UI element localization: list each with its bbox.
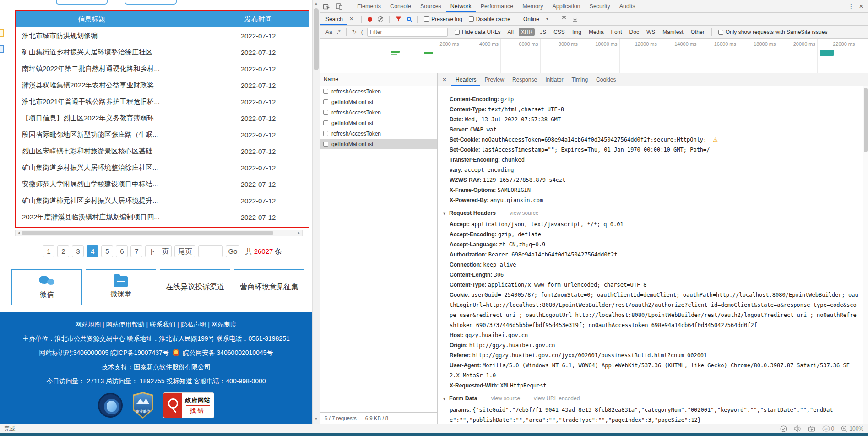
request-row[interactable]: getInfoMationList <box>320 139 437 149</box>
search-network-icon[interactable] <box>407 17 411 21</box>
devtools-tab[interactable]: Sources <box>416 0 446 12</box>
request-name[interactable]: refreshAccessToken <box>331 109 381 116</box>
devtools-tab[interactable]: Application <box>548 0 585 12</box>
export-har-icon[interactable] <box>572 16 578 22</box>
request-name[interactable]: getInfoMationList <box>331 120 373 126</box>
clipped-nav-button[interactable] <box>125 0 177 5</box>
speaker-icon[interactable] <box>794 425 801 432</box>
resource-filter-chip[interactable]: Other <box>689 28 707 36</box>
filter-funnel-icon[interactable] <box>396 16 401 22</box>
devtools-tab[interactable]: Console <box>385 0 416 12</box>
request-checkbox-icon[interactable] <box>323 99 328 104</box>
devtools-tab[interactable]: Performance <box>476 0 518 12</box>
request-checkbox-icon[interactable] <box>323 120 328 125</box>
news-row[interactable]: 矿山集街道乡村振兴人居环境整治徐庄社区... 2022-07-12 <box>16 159 309 176</box>
institution-shield-icon[interactable]: 事业单位 <box>133 392 153 419</box>
micro-classroom-button[interactable]: 微课堂 <box>86 269 156 305</box>
news-row[interactable]: 烈山区宋疃镇七彩和村旅游景区核心区基础... 2022-07-12 <box>16 143 309 159</box>
footer-links[interactable]: 网站地图 | 网站使用帮助 | 联系我们 | 隐私声明 | 网站制度 <box>0 320 312 329</box>
kebab-menu-icon[interactable]: ⋮ <box>844 3 858 10</box>
news-title-link[interactable]: 南坪镇2022年第二批自然村通硬化路和乡村... <box>16 65 224 73</box>
detail-tab[interactable]: Initiator <box>541 74 567 86</box>
request-checkbox-icon[interactable] <box>323 110 328 115</box>
detail-tab[interactable]: Preview <box>480 74 508 86</box>
page-jump-input[interactable] <box>198 245 223 257</box>
scroll-right-arrow-icon[interactable]: ► <box>296 230 302 236</box>
news-row[interactable]: 段园省际毗邻地区新型功能区张庄路（牛眠... 2022-07-12 <box>16 126 309 143</box>
detail-tab[interactable]: Cookies <box>592 74 620 86</box>
go-button[interactable]: Go <box>226 245 239 257</box>
zoom-control[interactable]: 100% <box>841 425 863 432</box>
resource-filter-chip[interactable]: Media <box>586 28 606 36</box>
next-page-button[interactable]: 下一页 <box>145 245 172 257</box>
request-checkbox-icon[interactable] <box>323 142 328 147</box>
news-row[interactable]: 淮北市2021年普通干线公路养护工程危旧桥... 2022-07-12 <box>16 93 309 110</box>
checkbox-icon[interactable] <box>424 16 429 22</box>
request-name[interactable]: getInfoMationList <box>331 141 373 147</box>
request-list-name-header[interactable]: Name <box>320 73 437 86</box>
detail-tab[interactable]: Headers <box>451 74 480 86</box>
devtools-tab[interactable]: Elements <box>353 0 385 12</box>
devtools-tab[interactable]: Security <box>585 0 615 12</box>
detail-tab[interactable]: Response <box>508 74 541 86</box>
devtools-tab[interactable]: Memory <box>518 0 548 12</box>
page-number-button[interactable]: 7 <box>130 245 142 257</box>
page-number-button[interactable]: 6 <box>116 245 128 257</box>
news-title-link[interactable]: 矿山集街道乡村振兴人居环境整治徐庄社区... <box>16 164 224 172</box>
view-source-link[interactable]: view source <box>491 395 520 402</box>
match-case-icon[interactable]: Aa <box>326 29 332 35</box>
search-drawer-tab[interactable]: Search <box>320 13 347 25</box>
scrollbar-thumb[interactable] <box>314 8 319 70</box>
checkbox-icon[interactable] <box>455 30 460 35</box>
devtools-tab[interactable]: Audits <box>615 0 640 12</box>
news-title-link[interactable]: 安徽师范大学附属烈山学校建设项目中标结... <box>16 180 224 189</box>
request-row[interactable]: refreshAccessToken <box>320 86 437 97</box>
resource-filter-chip[interactable]: All <box>505 28 515 36</box>
news-title-link[interactable]: 淮北市城市防洪规划修编 <box>16 32 224 40</box>
page-number-button[interactable]: 1 <box>43 245 54 257</box>
last-page-button[interactable]: 尾页 <box>174 245 195 257</box>
filter-input[interactable] <box>367 28 448 37</box>
page-number-button[interactable]: 4 <box>87 245 98 257</box>
page-number-button[interactable]: 5 <box>101 245 113 257</box>
hide-data-urls-checkbox[interactable]: Hide data URLs <box>455 29 501 35</box>
wechat-button[interactable]: 微信 <box>11 269 82 305</box>
request-checkbox-icon[interactable] <box>323 89 328 94</box>
resource-filter-chip[interactable]: Img <box>570 28 584 36</box>
scroll-left-arrow-icon[interactable]: ◄ <box>16 230 22 236</box>
checkbox-icon[interactable] <box>469 16 474 22</box>
view-source-link[interactable]: view source <box>510 210 538 216</box>
view-url-encoded-link[interactable]: view URL encoded <box>534 395 580 402</box>
samesite-issues-checkbox[interactable]: Only show requests with SameSite issues <box>718 29 828 35</box>
import-har-icon[interactable] <box>561 16 567 22</box>
disclosure-triangle-icon[interactable]: ▼ <box>442 211 446 216</box>
news-title-link[interactable]: 矿山集街道柿元社区乡村振兴人居环境提升... <box>16 196 224 205</box>
checkbox-icon[interactable] <box>718 30 723 35</box>
request-name[interactable]: getInfoMationList <box>331 99 373 105</box>
news-row[interactable]: 矿山集街道乡村振兴人居环境整治徐庄社区... 2022-07-12 <box>16 44 309 60</box>
resource-filter-chip[interactable]: Manifest <box>660 28 685 36</box>
disclosure-triangle-icon[interactable]: ▼ <box>442 397 446 401</box>
gov-emblem-icon[interactable] <box>98 393 123 418</box>
clipped-nav-button[interactable] <box>56 0 108 5</box>
news-row[interactable]: 2022年度濉溪县临涣镇村庄规划编制项目四... 2022-07-12 <box>16 209 309 225</box>
throttling-dropdown[interactable]: Online ▼ <box>523 16 549 22</box>
request-row[interactable]: refreshAccessToken <box>320 107 437 118</box>
news-row[interactable]: 矿山集街道柿元社区乡村振兴人居环境提升... 2022-07-12 <box>16 192 309 209</box>
scroll-down-arrow-icon[interactable]: ▼ <box>313 417 320 421</box>
devtools-tab[interactable]: Network <box>446 0 476 12</box>
disable-cache-checkbox[interactable]: Disable cache <box>469 16 510 22</box>
news-title-link[interactable]: 淮北市2021年普通干线公路养护工程危旧桥... <box>16 98 224 106</box>
public-security-record[interactable]: 皖公网安备 34060002010045号 <box>183 349 273 356</box>
detail-vertical-scrollbar[interactable] <box>863 86 868 424</box>
news-row[interactable]: 安徽师范大学附属烈山学校建设项目中标结... 2022-07-12 <box>16 176 309 192</box>
device-toolbar-icon[interactable] <box>336 3 343 10</box>
refresh-search-icon[interactable]: ↻ <box>352 29 357 35</box>
news-title-link[interactable]: 矿山集街道乡村振兴人居环境整治徐庄社区... <box>16 48 224 57</box>
news-row[interactable]: 南坪镇2022年第二批自然村通硬化路和乡村... 2022-07-12 <box>16 60 309 77</box>
resource-filter-chip[interactable]: Font <box>609 28 624 36</box>
resource-filter-chip[interactable]: JS <box>537 28 548 36</box>
request-checkbox-icon[interactable] <box>323 131 328 136</box>
horizontal-scrollbar[interactable]: ◄ ► <box>15 230 303 236</box>
warning-icon[interactable]: ⚠ <box>713 136 718 143</box>
